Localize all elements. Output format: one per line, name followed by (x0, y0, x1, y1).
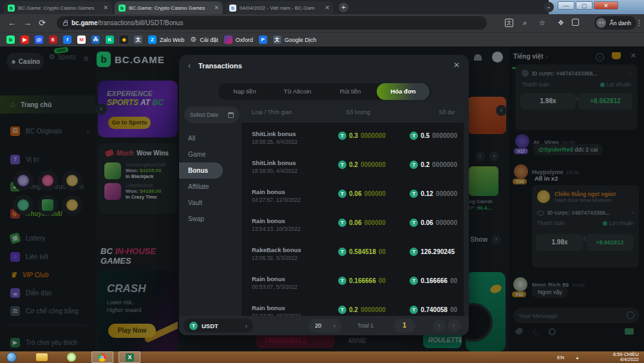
tab-close-icon[interactable]: ✕ (325, 5, 330, 11)
page-prev-icon[interactable]: ‹ (433, 319, 446, 332)
bookmark-youtube-icon[interactable]: ▶ (21, 35, 29, 44)
usdt-coin-icon: T (410, 306, 418, 314)
table-row[interactable]: ShitLink bonus 18:58:25, 4/4/2022 T0.300… (242, 126, 464, 155)
tab-title: BC.Game: Crypto Casino Games (18, 5, 100, 11)
reload-icon[interactable]: ⟳ (39, 18, 46, 28)
tab-bill-active[interactable]: Hóa đơn (377, 83, 430, 100)
back-chevron-icon[interactable]: ‹ (188, 61, 191, 70)
usdt-coin-icon: T (410, 248, 418, 256)
bookmark-facebook-icon[interactable]: f (63, 35, 71, 44)
tab-close-icon[interactable]: ✕ (103, 5, 108, 11)
filter-game[interactable]: Game (179, 146, 205, 162)
bookmark-mail-icon[interactable]: @ (35, 35, 43, 44)
tab-from-altcoin[interactable]: Từ Altcoin (271, 83, 324, 100)
translate-icon[interactable]: 文 (505, 19, 513, 27)
usdt-coin-icon: T (338, 277, 346, 285)
chrome-taskbar-button-active[interactable] (91, 351, 113, 363)
address-bar[interactable]: bc.game/transactions/bill/USDT/Bonus (57, 16, 487, 30)
filter-swap[interactable]: Swap (179, 211, 204, 227)
browser-tab-1[interactable]: b BC.Game: Crypto Casino Games ✕ (4, 1, 112, 14)
profile-label: Ẩn danh (609, 20, 631, 26)
filter-affiliate[interactable]: Affiliate (179, 179, 209, 195)
side-panel-icon[interactable] (572, 19, 579, 26)
usdt-coin-icon: T (338, 190, 346, 198)
excel-taskbar-button-active[interactable]: X (118, 351, 140, 363)
explorer-taskbar-icon[interactable] (36, 353, 48, 361)
back-icon[interactable]: ← (8, 18, 16, 28)
filter-bonus-active[interactable]: Bonus (179, 162, 223, 179)
bookmark-e-icon[interactable]: E (49, 35, 57, 44)
bcgame-favicon: b (118, 5, 126, 12)
usdt-coin-icon: T (410, 277, 418, 285)
usdt-coin-icon: T (410, 190, 418, 198)
incognito-icon: 👓 (596, 18, 606, 28)
bookmark-zalo-icon[interactable]: Z (148, 35, 156, 44)
table-row[interactable]: Rain bonus 00:53:07, 5/3/2022 T0.1666660… (242, 271, 464, 300)
bcgame-page: b BC.GAME ♠ Casino ❂ Sports NEW ≡ ⌂ Tran… (0, 46, 644, 351)
current-page[interactable]: 1 (393, 319, 415, 333)
page-next-icon[interactable]: › (448, 319, 460, 332)
tray-expand-icon[interactable]: ▲ (575, 355, 580, 360)
bookmark-gmail-icon[interactable]: M (77, 35, 86, 44)
browser-tab-strip: — ▢ ✕ ⌄ b BC.Game: Crypto Casino Games ✕… (0, 0, 644, 14)
page-size-value: 20 (315, 322, 321, 329)
clock[interactable]: 6:59 CHIỀU 4/4/2022 (613, 352, 639, 362)
modal-close-icon[interactable]: ✕ (453, 61, 460, 70)
usdt-coin-icon: T (410, 219, 418, 227)
menu-dots-icon[interactable]: ⋮ (636, 19, 643, 27)
bookmark-oxford-label[interactable]: Oxford (236, 37, 253, 43)
bookmark-star-icon[interactable]: ☆ (539, 19, 545, 27)
window-close-button[interactable]: ✕ (594, 1, 618, 10)
extensions-puzzle-icon[interactable]: ❖ (558, 19, 564, 27)
excel-icon: X (126, 353, 134, 362)
app-green-taskbar-icon[interactable] (67, 353, 76, 362)
tab-withdraw[interactable]: Rút tiền (324, 83, 377, 100)
bookmark-oxford-icon[interactable] (224, 35, 232, 44)
bookmark-k-icon[interactable]: K (106, 35, 114, 44)
window-maximize-button[interactable]: ▢ (576, 1, 592, 10)
table-row[interactable]: ShitLink bonus 18:58:00, 4/4/2022 T0.200… (242, 155, 464, 184)
incognito-profile-chip[interactable]: 👓 Ẩn danh (594, 16, 636, 30)
forward-icon[interactable]: → (23, 18, 32, 28)
filter-vault[interactable]: Vault (179, 195, 202, 211)
bookmark-translate-label[interactable]: Google Dịch (285, 37, 317, 43)
language-indicator[interactable]: EN (557, 355, 564, 360)
modal-title: Transactions (198, 62, 242, 70)
usdt-coin-icon: T (410, 132, 418, 140)
bookmark-binance-icon[interactable]: ◆ (120, 35, 128, 44)
chevron-right-icon: › (334, 322, 336, 329)
calendar-icon (228, 112, 234, 118)
usdt-coin-icon: T (189, 322, 198, 330)
currency-selector[interactable]: T USDT › (184, 319, 253, 333)
windows-taskbar: X EN ▲ 6:59 CHIỀU 4/4/2022 (0, 351, 644, 363)
usdt-coin-icon: T (410, 161, 418, 169)
padlock-icon[interactable] (63, 22, 68, 26)
bookmark-zalo-label[interactable]: Zalo Web (160, 37, 184, 43)
bookmark-gear-icon[interactable]: ⚙ (190, 35, 196, 44)
table-row[interactable]: Rain bonus 13:54:13, 10/3/2022 T0.060000… (242, 213, 464, 242)
bookmark-share-icon[interactable]: ⁂ (91, 35, 100, 44)
bookmark-settings-label[interactable]: Cài đặt (200, 37, 218, 43)
tab-deposit[interactable]: Nạp tiền (218, 83, 271, 100)
tab-search-chevron-icon[interactable]: ⌄ (544, 2, 554, 12)
bookmark-gtranslate-icon[interactable]: 文 (273, 35, 281, 44)
browser-tab-3[interactable]: b 04/04/2022 - Việt nam - BC.Gam ✕ (225, 1, 334, 14)
bcgame-favicon: b (8, 5, 15, 12)
table-row[interactable]: Rain bonus 04:27:57, 12/3/2022 T0.060000… (242, 184, 464, 213)
bookmark-p-icon[interactable]: P (259, 35, 267, 44)
new-tab-button[interactable]: + (339, 3, 348, 12)
browser-tab-2-active[interactable]: b BC.Game: Crypto Casino Games ✕ (115, 1, 223, 14)
tab-close-icon[interactable]: ✕ (214, 5, 219, 11)
table-row[interactable]: RakeBack bonus 13:06:32, 5/3/2022 T0.584… (242, 242, 464, 271)
search-icon[interactable]: ⌕ (523, 19, 527, 27)
window-minimize-button[interactable]: — (558, 1, 574, 10)
page-size-selector[interactable]: 20 › (309, 319, 341, 333)
bookmarks-bar: b ▶ @ E f M ⁂ K ◆ 文 Z Zalo Web ⚙ Cài đặt… (0, 32, 644, 46)
bookmark-bcgame-icon[interactable]: b (6, 35, 15, 44)
table-row[interactable]: Rain bonus 21:27:00, 15/2/2022 T0.200000… (242, 300, 464, 316)
filter-all[interactable]: All (179, 130, 195, 146)
start-button[interactable] (6, 352, 17, 362)
col-type-time: Loại / Thời gian (252, 109, 292, 115)
bookmark-translate-icon[interactable]: 文 (134, 35, 142, 44)
select-date-button[interactable]: Select Date (184, 106, 240, 123)
